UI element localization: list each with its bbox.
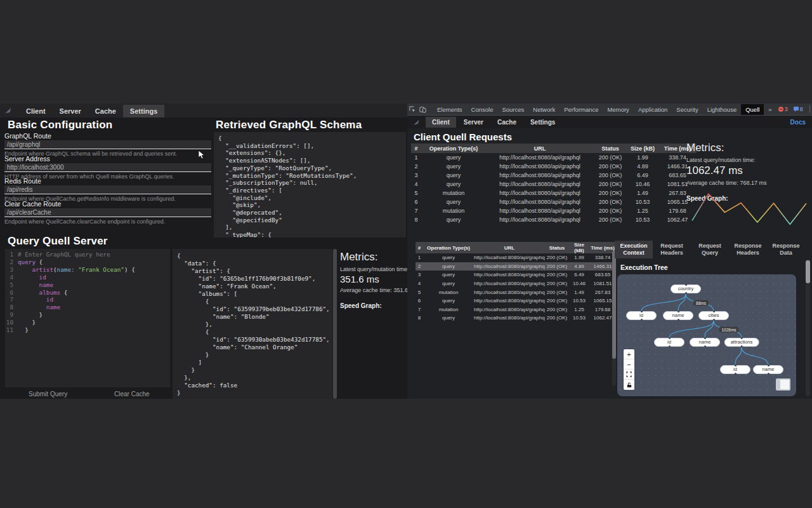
lock-toggle-button[interactable] bbox=[624, 380, 634, 390]
request-row[interactable]: 3queryhttp://localhost:8080/api/graphql2… bbox=[411, 171, 697, 180]
field-label: Server Address bbox=[4, 155, 211, 163]
left-tab-client[interactable]: Client bbox=[19, 105, 53, 117]
request-row[interactable]: 3queryhttp://localhost:8080/api/graphql2… bbox=[416, 271, 616, 279]
requests-table[interactable]: #Operation Type(s)URLStatusSize (kB)Time… bbox=[411, 144, 697, 224]
device-toolbar-icon[interactable] bbox=[417, 105, 428, 114]
column-header[interactable]: Status bbox=[545, 242, 569, 253]
execution-tree-canvas[interactable]: countryidnamecitiesidnameattractionsidna… bbox=[617, 274, 796, 396]
edge-time-label: 1026ms bbox=[719, 326, 738, 332]
request-row[interactable]: 6queryhttp://localhost:8080/api/graphql2… bbox=[411, 197, 697, 206]
request-row[interactable]: 2queryhttp://localhost:8080/api/graphql2… bbox=[411, 162, 697, 171]
devtools-tab-sources[interactable]: Sources bbox=[497, 104, 528, 115]
request-row[interactable]: 7mutationhttp://localhost:8080/api/graph… bbox=[411, 206, 697, 215]
detail-tab-request-headers[interactable]: RequestHeaders bbox=[653, 241, 691, 258]
error-badge[interactable]: 3 bbox=[776, 105, 790, 113]
devtools-tab-application[interactable]: Application bbox=[634, 104, 672, 115]
field-input[interactable]: /api/redis bbox=[4, 185, 211, 194]
column-header[interactable]: URL bbox=[474, 242, 545, 253]
more-tabs-chevron[interactable]: » bbox=[764, 104, 776, 115]
detail-tab-response-headers[interactable]: ResponseHeaders bbox=[729, 241, 767, 258]
left-tab-settings[interactable]: Settings bbox=[123, 105, 164, 117]
devtools-tab-lighthouse[interactable]: Lighthouse bbox=[703, 104, 741, 115]
zoom-in-button[interactable]: + bbox=[624, 349, 634, 359]
devtools-tab-performance[interactable]: Performance bbox=[560, 104, 603, 115]
left-tab-cache[interactable]: Cache bbox=[88, 105, 123, 117]
request-row[interactable]: 5mutationhttp://localhost:8080/api/graph… bbox=[416, 288, 616, 297]
request-row[interactable]: 4queryhttp://localhost:8080/api/graphql2… bbox=[416, 279, 616, 288]
column-header[interactable]: Size (kB) bbox=[569, 242, 589, 253]
quell-panel-tabbar: ClientServerCacheSettings Docs bbox=[407, 116, 812, 128]
tree-node-id[interactable]: id bbox=[720, 365, 750, 374]
column-header[interactable]: Size (kB) bbox=[627, 144, 658, 153]
graphql-query-editor[interactable]: 1# Enter GraphQL query here2query {3 art… bbox=[5, 249, 170, 387]
left-tab-server[interactable]: Server bbox=[53, 105, 88, 117]
left-app-tabbar: ClientServerCacheSettings bbox=[0, 104, 407, 117]
request-row[interactable]: 2queryhttp://localhost:8080/api/graphql2… bbox=[416, 262, 616, 271]
config-field: GraphQL Route/api/graphqlEndpoint where … bbox=[4, 132, 211, 157]
quell-tab-cache[interactable]: Cache bbox=[491, 117, 523, 128]
devtools-tab-console[interactable]: Console bbox=[467, 104, 498, 115]
results-scrollbar[interactable] bbox=[333, 249, 337, 399]
request-row[interactable]: 8queryhttp://localhost:8080/api/graphql2… bbox=[416, 314, 616, 323]
field-input[interactable]: /api/graphql bbox=[4, 140, 211, 149]
query-results-view[interactable]: { "data": { "artist": { "id": "6365be1ff… bbox=[173, 249, 332, 399]
tree-node-name[interactable]: name bbox=[753, 365, 783, 374]
tree-node-country[interactable]: country bbox=[671, 284, 701, 293]
tree-node-name[interactable]: name bbox=[690, 338, 720, 347]
field-label: GraphQL Route bbox=[4, 132, 211, 140]
tree-node-id[interactable]: id bbox=[654, 338, 684, 347]
request-row[interactable]: 1queryhttp://localhost:8080/api/graphql2… bbox=[411, 153, 697, 162]
detail-tab-request-query[interactable]: RequestQuery bbox=[691, 241, 729, 258]
schema-code-view[interactable]: { "__validationErrors": [], "extensions"… bbox=[214, 132, 406, 237]
request-row[interactable]: 8queryhttp://localhost:8080/api/graphql2… bbox=[411, 215, 697, 224]
detail-table-scrollbar[interactable] bbox=[612, 251, 616, 386]
zoom-out-button[interactable]: − bbox=[624, 359, 634, 370]
tree-node-attractions[interactable]: attractions bbox=[724, 338, 759, 347]
field-input[interactable]: /api/clearCache bbox=[4, 208, 211, 217]
docs-link[interactable]: Docs bbox=[790, 119, 806, 126]
column-header[interactable]: Operation Type(s) bbox=[423, 242, 474, 253]
field-label: Redis Route bbox=[4, 177, 211, 185]
issues-badge[interactable]: 8 bbox=[792, 105, 805, 113]
submit-query-button[interactable]: Submit Query bbox=[29, 391, 67, 398]
latest-time-value: 351.6 ms bbox=[340, 274, 407, 284]
column-header[interactable]: # bbox=[416, 242, 423, 253]
column-header[interactable]: URL bbox=[486, 144, 594, 153]
detail-panel-scrollbar[interactable] bbox=[806, 259, 810, 396]
tree-minimap[interactable] bbox=[776, 378, 790, 391]
request-row[interactable]: 4queryhttp://localhost:8080/api/graphql2… bbox=[411, 180, 697, 189]
devtools-tab-elements[interactable]: Elements bbox=[433, 104, 467, 115]
tree-edges bbox=[617, 274, 796, 396]
metrics-heading: Metrics: bbox=[686, 142, 810, 154]
request-row[interactable]: 7mutationhttp://localhost:8080/api/graph… bbox=[416, 305, 616, 314]
devtools-tab-security[interactable]: Security bbox=[672, 104, 702, 115]
tree-node-id[interactable]: id bbox=[626, 311, 657, 320]
devtools-tab-memory[interactable]: Memory bbox=[603, 104, 634, 115]
quell-tab-client[interactable]: Client bbox=[426, 117, 456, 128]
column-header[interactable]: Operation Type(s) bbox=[421, 144, 486, 153]
fit-view-button[interactable] bbox=[624, 370, 634, 380]
devtools-tab-network[interactable]: Network bbox=[528, 104, 560, 115]
request-row[interactable]: 5mutationhttp://localhost:8080/api/graph… bbox=[411, 189, 697, 197]
devtools-tab-quell[interactable]: Quell bbox=[741, 104, 764, 115]
clear-cache-button[interactable]: Clear Cache bbox=[114, 391, 150, 398]
left-metrics-panel: Metrics: Latest query/mutation time: 351… bbox=[340, 251, 407, 309]
detail-tab-response-data[interactable]: ResponseData bbox=[767, 241, 805, 258]
inspect-element-icon[interactable] bbox=[407, 105, 417, 114]
request-row[interactable]: 6queryhttp://localhost:8080/api/graphql2… bbox=[416, 297, 616, 305]
tree-node-name[interactable]: name bbox=[663, 311, 693, 320]
request-row[interactable]: 1queryhttp://localhost:8080/api/graphql2… bbox=[416, 253, 616, 262]
latest-time-value: 1062.47 ms bbox=[686, 164, 810, 177]
column-header[interactable]: # bbox=[411, 144, 421, 153]
edge-time-label: 88ms bbox=[693, 300, 709, 305]
field-input[interactable]: http://localhost:3000 bbox=[4, 163, 211, 172]
quell-panel-tabs: ClientServerCacheSettings bbox=[426, 117, 561, 128]
detail-tab-execution-context[interactable]: ExecutionContext bbox=[615, 241, 653, 258]
quell-tab-server[interactable]: Server bbox=[457, 117, 490, 128]
quell-tab-settings[interactable]: Settings bbox=[524, 117, 561, 128]
devtools-toolbar-right: 3 8 bbox=[776, 105, 812, 114]
config-field: Server Addresshttp://localhost:3000HTTP … bbox=[4, 155, 211, 180]
requests-table-detail[interactable]: #Operation Type(s)URLStatusSize (kB)Time… bbox=[416, 242, 616, 323]
tree-node-cities[interactable]: cities bbox=[698, 311, 729, 320]
column-header[interactable]: Status bbox=[594, 144, 627, 153]
